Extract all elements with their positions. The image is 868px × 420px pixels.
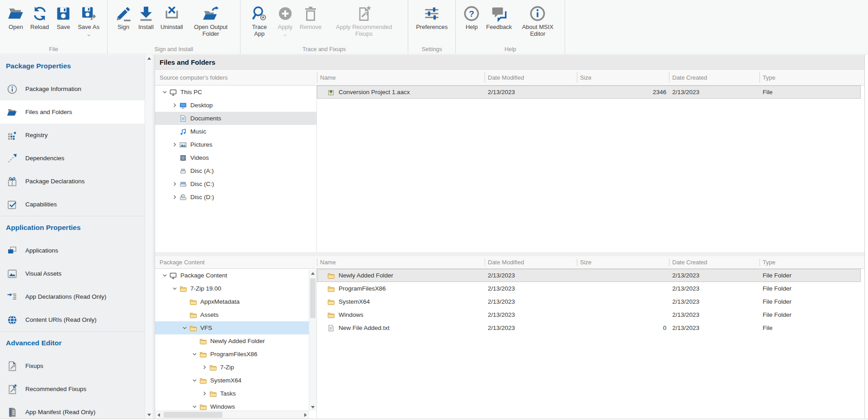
column-header-type[interactable]: Type [760,70,864,85]
package-list-columns: NameDate ModifiedSizeDate CreatedType [317,256,864,268]
column-header-size[interactable]: Size [577,256,669,268]
chevron-down-icon[interactable] [191,377,198,384]
package-tree-header[interactable]: Package Content [155,256,317,268]
tree-item-package-content[interactable]: Package Content [155,269,309,282]
chevron-right-icon[interactable] [201,390,208,397]
file-row-programfilesx86[interactable]: ProgramFilesX862/13/20232/13/2023File Fo… [317,282,861,295]
chevron-right-icon[interactable] [171,141,178,148]
file-row-conversion-project-1-aacx[interactable]: Conversion Project 1.aacx2/13/202323462/… [317,86,861,99]
file-row-newly-added-folder[interactable]: Newly Added Folder2/13/20232/13/2023File… [317,269,861,282]
scroll-up-icon[interactable] [309,270,316,277]
file-name: Windows [339,311,363,318]
column-header-date-modified[interactable]: Date Modified [485,70,577,85]
uninstall-button[interactable]: Uninstall [157,3,186,31]
sidebar-item-registry[interactable]: Registry [0,124,145,147]
sidebar-item-package-declarations[interactable]: Package Declarations [0,170,145,193]
package-tree-horizontal-scrollbar[interactable] [155,410,309,419]
package-files-list: Newly Added Folder2/13/20232/13/2023File… [317,269,864,419]
chevron-down-icon[interactable] [191,403,198,410]
tree-item-videos[interactable]: Videos [155,151,316,164]
feedback-button[interactable]: Feedback [483,3,515,31]
install-button[interactable]: Install [135,3,157,31]
open-button[interactable]: Open [5,3,27,31]
column-header-date-created[interactable]: Date Created [669,256,760,268]
about-msix-editor-button[interactable]: About MSIX Editor [515,3,560,38]
file-date-created: 2/13/2023 [669,325,760,331]
scroll-right-icon[interactable] [302,411,309,419]
sidebar-item-capabilities[interactable]: Capabilities [0,193,145,216]
sidebar-item-package-information[interactable]: Package Information [0,77,145,100]
tree-item-vfs[interactable]: VFS [155,321,309,334]
file-row-systemx64[interactable]: SystemX642/13/20232/13/2023File Folder [317,295,861,308]
pane-separator[interactable] [155,252,864,256]
chevron-right-icon[interactable] [171,194,178,200]
source-tree-header[interactable]: Source computer's folders [155,70,317,85]
tree-item-7-zip-19-00[interactable]: 7-Zip 19.00 [155,282,309,295]
folder-icon [189,325,197,332]
tree-item-programfilesx86[interactable]: ProgramFilesX86 [155,348,309,361]
sidebar-item-applications[interactable]: Applications [0,239,145,262]
tree-item-music[interactable]: Music [155,125,316,138]
save-button[interactable]: Save [52,3,75,31]
tree-item-tasks[interactable]: Tasks [155,387,309,400]
file-name: New File Added.txt [339,325,390,331]
sidebar-item-recommended-fixups[interactable]: Recommended Fixups [0,377,145,401]
package-tree-vertical-scrollbar[interactable] [309,270,316,411]
chevron-right-icon[interactable] [171,181,178,187]
chevron-down-icon[interactable] [161,89,168,95]
file-type: File [760,89,861,95]
tree-item-pictures[interactable]: Pictures [155,138,316,151]
scroll-up-icon[interactable] [145,55,153,62]
scroll-down-icon[interactable] [145,411,153,419]
preferences-button[interactable]: Preferences [413,3,451,31]
column-header-type[interactable]: Type [760,256,864,268]
sidebar-item-visual-assets[interactable]: Visual Assets [0,262,145,285]
tree-item-disc-a[interactable]: Disc (A:) [155,164,316,177]
sidebar-item-fixups[interactable]: Fixups [0,354,145,377]
sign-button[interactable]: Sign [112,3,135,31]
column-header-name[interactable]: Name [317,70,485,85]
chevron-right-icon[interactable] [201,364,208,371]
sidebar-item-app-manifest-read-only[interactable]: App Manifest (Read Only) [0,401,145,419]
tree-item-7-zip[interactable]: 7-Zip [155,361,309,374]
tree-item-this-pc[interactable]: This PC [155,86,316,99]
file-row-windows[interactable]: Windows2/13/20232/13/2023File Folder [317,308,861,321]
scrollbar-thumb[interactable] [310,278,316,318]
trace-app-button[interactable]: Trace App [245,3,274,38]
save-as-button[interactable]: Save As [75,3,103,35]
scroll-left-icon[interactable] [155,411,163,419]
chevron-down-icon[interactable] [181,325,188,331]
tree-item-systemx64[interactable]: SystemX64 [155,374,309,387]
tree-item-desktop[interactable]: Desktop [155,99,316,112]
chevron-down-icon[interactable] [161,272,168,279]
column-header-date-modified[interactable]: Date Modified [485,256,577,268]
chevron-right-icon[interactable] [171,102,178,109]
tree-item-newly-added-folder[interactable]: Newly Added Folder [155,334,309,348]
help-button[interactable]: ?Help [460,3,483,31]
reload-button[interactable]: Reload [27,3,52,31]
scrollbar-thumb[interactable] [164,412,222,418]
sidebar-item-app-declarations-read-only[interactable]: App Declarations (Read Only) [0,285,145,308]
column-header-name[interactable]: Name [317,256,485,268]
scroll-down-icon[interactable] [309,403,316,411]
tree-item-appxmetadata[interactable]: AppxMetadata [155,295,309,308]
sidebar-item-files-and-folders[interactable]: Files and Folders [0,100,145,124]
tree-item-disc-c[interactable]: Disc (C:) [155,177,316,191]
apply-recommended-fixups-button[interactable]: Apply Recommended Fixups [325,3,403,38]
column-header-date-created[interactable]: Date Created [669,70,760,85]
chevron-down-icon[interactable] [171,285,178,292]
tree-item-assets[interactable]: Assets [155,308,309,321]
chevron-down-icon[interactable] [191,351,198,358]
tree-item-disc-d[interactable]: Disc (D:) [155,191,316,204]
open-output-folder-button[interactable]: Open Output Folder [186,3,236,38]
file-row-new-file-added-txt[interactable]: New File Added.txt2/13/202302/13/2023Fil… [317,321,861,334]
apply-button[interactable]: Apply [274,3,297,35]
sidebar-scrollbar[interactable] [145,55,153,419]
file-name: Newly Added Folder [339,272,393,279]
sidebar-item-content-uris-read-only[interactable]: Content URIs (Read Only) [0,308,145,331]
fixups-icon [6,361,18,372]
column-header-size[interactable]: Size [577,70,669,85]
tree-item-documents[interactable]: Documents [155,112,316,125]
remove-button[interactable]: Remove [297,3,325,31]
sidebar-item-dependencies[interactable]: Dependencies [0,147,145,170]
